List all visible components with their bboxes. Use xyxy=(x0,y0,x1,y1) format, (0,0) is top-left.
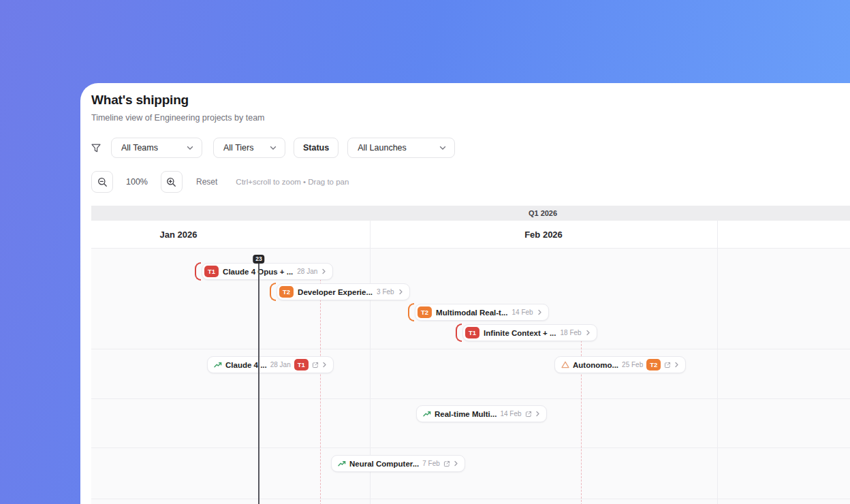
project-label: Developer Experie... xyxy=(298,288,373,296)
today-marker-line xyxy=(258,263,259,504)
quarter-header: Q1 2026 xyxy=(91,206,850,221)
chevron-down-icon xyxy=(439,146,446,151)
timeline-item-project[interactable]: T2 Multimodal Real-t... 14 Feb xyxy=(408,303,549,321)
tier-badge: T1 xyxy=(294,359,309,371)
external-link-icon xyxy=(664,362,671,368)
chevron-right-icon xyxy=(586,330,591,336)
launches-filter-value: All Launches xyxy=(358,143,407,153)
timeline-canvas[interactable]: 23 T1 Claude 4 Opus + ... 28 Jan T2 Deve… xyxy=(91,249,850,504)
tier-badge: T1 xyxy=(204,266,219,277)
launch-date: 14 Feb xyxy=(500,410,521,418)
project-label: Infinite Context + ... xyxy=(484,329,556,337)
chevron-right-icon xyxy=(398,289,403,295)
launches-filter-dropdown[interactable]: All Launches xyxy=(347,138,455,158)
launch-label: Claude 4 ... xyxy=(225,361,267,369)
external-link-icon xyxy=(312,362,319,368)
timeline-item-project[interactable]: T1 Claude 4 Opus + ... 28 Jan xyxy=(195,262,333,281)
teams-filter-value: All Teams xyxy=(121,143,158,153)
timeline-item-project[interactable]: T2 Developer Experie... 3 Feb xyxy=(270,283,410,301)
row-divider xyxy=(91,349,850,349)
zoom-level-value: 100% xyxy=(126,177,148,187)
chevron-right-icon xyxy=(321,268,326,274)
project-date: 14 Feb xyxy=(512,309,533,316)
chevron-down-icon xyxy=(187,146,193,151)
chevron-right-icon xyxy=(537,309,542,315)
zoom-out-icon xyxy=(97,177,108,187)
trending-up-icon xyxy=(423,411,431,418)
trending-up-icon xyxy=(214,362,222,368)
project-date: 18 Feb xyxy=(560,329,581,336)
main-panel: What's shipping Timeline view of Enginee… xyxy=(80,83,850,504)
timeline-item-launch[interactable]: Claude 4 ... 28 Jan T1 xyxy=(207,356,334,373)
tiers-filter-value: All Tiers xyxy=(223,143,253,153)
quarter-label: Q1 2026 xyxy=(529,209,557,217)
bar-start-arc xyxy=(408,303,414,321)
row-divider xyxy=(91,447,850,448)
tiers-filter-dropdown[interactable]: All Tiers xyxy=(213,138,285,158)
launch-label: Neural Computer... xyxy=(349,460,419,468)
project-date: 3 Feb xyxy=(377,288,394,296)
status-filter-button[interactable]: Status xyxy=(294,138,339,158)
tier-badge: T1 xyxy=(465,327,479,338)
external-link-icon xyxy=(443,460,450,467)
milestone-dashed-line xyxy=(320,279,321,504)
trending-up-icon xyxy=(338,460,346,467)
month-gridline xyxy=(717,249,718,504)
chevron-down-icon xyxy=(270,146,277,151)
zoom-hint-text: Ctrl+scroll to zoom • Drag to pan xyxy=(236,178,349,186)
page-title: What's shipping xyxy=(91,93,189,108)
warning-icon xyxy=(561,361,569,368)
bar-start-arc xyxy=(456,324,462,342)
timeline-item-launch[interactable]: Real-time Multi... 14 Feb xyxy=(416,405,547,422)
project-date: 28 Jan xyxy=(297,268,317,275)
row-divider xyxy=(91,499,850,499)
zoom-toolbar: 100% Reset Ctrl+scroll to zoom • Drag to… xyxy=(91,171,349,193)
launch-label: Autonomo... xyxy=(573,361,618,369)
launch-label: Real-time Multi... xyxy=(435,410,497,418)
launch-date: 25 Feb xyxy=(622,361,643,368)
chevron-right-icon xyxy=(535,411,540,417)
filter-bar: All Teams All Tiers Status All Launches xyxy=(91,138,455,158)
reset-zoom-button[interactable]: Reset xyxy=(196,177,217,187)
month-label-jan: Jan 2026 xyxy=(160,230,198,240)
timeline-section: Q1 2026 Jan 2026 Feb 2026 23 T1 xyxy=(91,206,850,504)
external-link-icon xyxy=(525,411,532,418)
launch-date: 28 Jan xyxy=(270,361,291,368)
month-divider xyxy=(717,221,718,248)
row-divider xyxy=(91,398,850,399)
timeline-item-launch[interactable]: Autonomo... 25 Feb T2 xyxy=(554,356,686,373)
tier-badge: T2 xyxy=(418,306,432,318)
tier-badge: T2 xyxy=(279,286,294,298)
zoom-in-icon xyxy=(166,177,176,187)
chevron-right-icon xyxy=(322,362,327,368)
zoom-in-button[interactable] xyxy=(161,171,183,193)
tier-badge: T2 xyxy=(646,359,661,371)
month-label-feb: Feb 2026 xyxy=(524,230,563,240)
launch-date: 7 Feb xyxy=(422,460,440,467)
month-header: Jan 2026 Feb 2026 xyxy=(91,221,850,249)
chevron-right-icon xyxy=(674,362,679,368)
bar-start-arc xyxy=(195,262,201,281)
chevron-right-icon xyxy=(454,460,458,467)
status-filter-label: Status xyxy=(303,143,329,153)
timeline-item-project[interactable]: T1 Infinite Context + ... 18 Feb xyxy=(456,324,597,342)
teams-filter-dropdown[interactable]: All Teams xyxy=(111,138,202,158)
today-marker-badge: 23 xyxy=(253,255,264,264)
zoom-out-button[interactable] xyxy=(91,171,113,193)
filter-icon xyxy=(91,144,101,153)
timeline-item-launch[interactable]: Neural Computer... 7 Feb xyxy=(331,455,465,472)
page-subtitle: Timeline view of Engineering projects by… xyxy=(91,113,265,123)
bar-start-arc xyxy=(270,283,276,301)
project-label: Multimodal Real-t... xyxy=(436,309,507,317)
month-divider xyxy=(370,221,371,248)
